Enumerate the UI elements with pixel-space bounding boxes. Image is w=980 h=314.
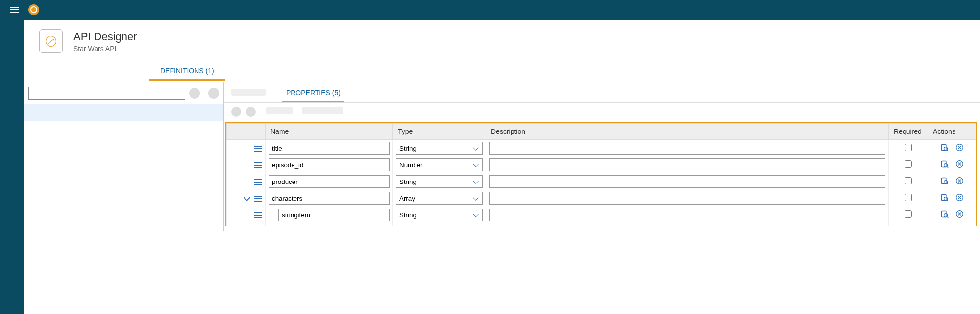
property-name-input[interactable] <box>269 192 390 205</box>
property-description-input[interactable] <box>489 142 885 155</box>
property-required-checkbox[interactable] <box>905 177 912 184</box>
toolbar-button-1[interactable] <box>231 107 241 117</box>
tab-definitions[interactable]: DEFINITIONS (1) <box>149 61 225 81</box>
inspect-button[interactable] <box>939 142 950 154</box>
property-required-checkbox[interactable] <box>905 144 912 151</box>
delete-button[interactable] <box>955 192 965 204</box>
property-type-select[interactable]: StringNumberIntegerBooleanArrayObject <box>396 175 483 188</box>
api-icon <box>39 29 63 53</box>
svg-rect-7 <box>941 178 946 184</box>
property-row: StringNumberIntegerBooleanArrayObject <box>227 190 976 207</box>
drag-handle-icon[interactable] <box>254 212 262 218</box>
col-required: Required <box>889 124 928 140</box>
page-title: API Designer <box>74 30 137 43</box>
svg-point-5 <box>944 164 947 167</box>
drag-handle-icon[interactable] <box>254 146 262 152</box>
page-header: API Designer Star Wars API <box>24 20 980 57</box>
col-description: Description <box>486 124 889 140</box>
delete-button[interactable] <box>955 142 965 154</box>
property-type-select[interactable]: StringNumberIntegerBooleanArrayObject <box>396 192 483 205</box>
col-name: Name <box>266 124 393 140</box>
svg-rect-10 <box>941 195 946 201</box>
property-description-input[interactable] <box>489 175 885 188</box>
inspect-button[interactable] <box>939 192 950 204</box>
left-pane <box>24 82 223 231</box>
definition-list-item[interactable] <box>24 104 223 121</box>
tab-properties[interactable]: PROPERTIES (5) <box>282 86 344 102</box>
property-required-checkbox[interactable] <box>905 160 912 168</box>
delete-button[interactable] <box>955 209 965 221</box>
placeholder-tab <box>231 89 266 96</box>
topbar <box>0 0 980 20</box>
toolbar-placeholder-1 <box>266 107 293 114</box>
property-name-input[interactable] <box>269 158 390 171</box>
left-action-2[interactable] <box>208 88 219 99</box>
delete-button[interactable] <box>955 159 965 171</box>
svg-rect-13 <box>941 211 946 217</box>
col-type: Type <box>393 124 486 140</box>
left-nav-strip <box>0 20 24 231</box>
search-input[interactable] <box>28 87 185 100</box>
main-pane: PROPERTIES (5) Name Type <box>223 82 980 231</box>
inspect-button[interactable] <box>939 209 950 221</box>
col-handle <box>227 124 266 140</box>
drag-handle-icon[interactable] <box>254 179 262 185</box>
property-name-input[interactable] <box>269 175 390 188</box>
left-action-1[interactable] <box>189 88 200 99</box>
section-tabs: DEFINITIONS (1) <box>24 61 980 81</box>
toolbar-button-2[interactable] <box>246 107 256 117</box>
svg-rect-1 <box>941 145 946 151</box>
property-required-checkbox[interactable] <box>905 210 912 218</box>
drag-handle-icon[interactable] <box>254 162 262 168</box>
properties-table: Name Type Description Required Actions S… <box>225 122 977 226</box>
col-actions: Actions <box>928 124 976 140</box>
page-subtitle: Star Wars API <box>74 45 137 52</box>
drag-handle-icon[interactable] <box>254 196 262 202</box>
property-type-select[interactable]: StringNumberIntegerBooleanArrayObject <box>396 142 483 155</box>
property-name-input[interactable] <box>278 209 390 221</box>
property-description-input[interactable] <box>489 158 885 171</box>
property-name-input[interactable] <box>269 142 390 155</box>
property-row: StringNumberIntegerBooleanArrayObject <box>227 157 976 173</box>
property-type-select[interactable]: StringNumberIntegerBooleanArrayObject <box>396 158 483 171</box>
property-description-input[interactable] <box>489 192 885 205</box>
toolbar-placeholder-2 <box>302 107 343 114</box>
inspect-button[interactable] <box>939 176 950 187</box>
property-row: StringNumberIntegerBooleanArrayObject <box>227 140 976 157</box>
app-logo[interactable] <box>28 4 39 15</box>
chevron-down-icon[interactable] <box>244 194 250 201</box>
menu-icon[interactable] <box>10 7 19 13</box>
inspect-button[interactable] <box>939 159 950 171</box>
svg-point-8 <box>944 181 947 184</box>
property-required-checkbox[interactable] <box>905 194 912 201</box>
svg-point-11 <box>944 197 947 201</box>
property-row: StringNumberIntegerBooleanArrayObject <box>227 173 976 190</box>
delete-button[interactable] <box>955 176 965 187</box>
svg-point-14 <box>944 214 947 217</box>
svg-point-2 <box>944 147 947 151</box>
property-type-select[interactable]: StringNumberIntegerBooleanArrayObject <box>396 209 483 221</box>
property-row: StringNumberIntegerBooleanArrayObject <box>227 207 976 226</box>
svg-rect-4 <box>941 161 946 167</box>
property-description-input[interactable] <box>489 209 885 221</box>
properties-toolbar <box>224 103 980 121</box>
